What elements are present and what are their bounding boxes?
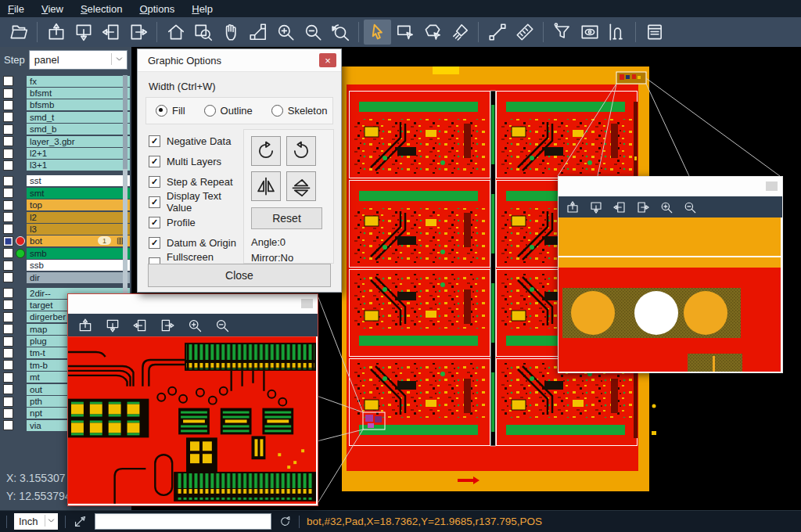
layer-checkbox[interactable] (3, 176, 13, 186)
layer-name[interactable]: smb (27, 248, 130, 259)
zoom-previous-button[interactable] (326, 20, 354, 45)
home-view-button[interactable] (162, 20, 189, 45)
layer-checkbox[interactable] (3, 420, 13, 430)
layer-checkbox[interactable] (3, 160, 13, 171)
step-select[interactable]: panel (29, 50, 128, 70)
menu-selection[interactable]: Selection (81, 3, 122, 15)
checkbox-step-repeat[interactable]: ✓Step & Repeat (149, 171, 243, 192)
layer-checkbox[interactable] (3, 200, 13, 210)
radio-skeleton[interactable]: Skeleton (271, 105, 328, 117)
sync-icon[interactable] (278, 515, 292, 528)
import-bottom-button[interactable] (589, 200, 603, 214)
layer-row-smb[interactable]: smb (0, 247, 131, 259)
layer-row-smd_b[interactable]: smd_b (0, 124, 131, 135)
layer-name[interactable]: l2 (27, 212, 130, 223)
checkbox-multi-layers[interactable]: ✓Multi Layers (149, 151, 243, 171)
layer-checkbox[interactable] (3, 324, 13, 334)
layer-checkbox[interactable] (3, 100, 13, 110)
window-button[interactable] (301, 299, 313, 308)
import-top-button[interactable] (566, 200, 580, 214)
layer-row-smt[interactable]: smt (0, 187, 131, 199)
zoom-out-button[interactable] (299, 20, 326, 45)
layer-name[interactable]: smd_b (27, 124, 130, 135)
layer-checkbox[interactable] (3, 76, 13, 86)
scrollbar-thumb[interactable] (123, 75, 128, 169)
measure-node-button[interactable] (244, 20, 271, 45)
layer-name[interactable]: fx (27, 76, 130, 87)
layer-name[interactable]: bfsmb (27, 99, 130, 110)
layer-name[interactable]: dir (27, 272, 130, 283)
window-button[interactable] (766, 182, 778, 191)
import-top-button[interactable] (77, 318, 93, 333)
layer-row-l2[interactable]: l2 (0, 211, 131, 223)
checkbox-profile[interactable]: ✓Profile (149, 212, 243, 232)
pcb-canvas[interactable]: Graphic Options × Width (Ctrl+W) FillOut… (131, 47, 801, 510)
layer-checkbox[interactable] (3, 336, 13, 347)
layer-name[interactable]: ssb (27, 260, 130, 271)
import-top-button[interactable] (42, 20, 70, 45)
layer-checkbox[interactable] (3, 224, 13, 234)
zoom-out-button[interactable] (683, 200, 697, 214)
rotate-cw-button[interactable] (251, 136, 281, 166)
layer-checkbox[interactable] (3, 272, 13, 282)
layer-checkbox[interactable] (3, 360, 13, 370)
layer-row-l3+1[interactable]: l3+1 (0, 160, 131, 171)
corner-select-icon[interactable] (73, 514, 88, 529)
radio-fill[interactable]: Fill (156, 105, 185, 117)
menu-file[interactable]: File (8, 3, 24, 15)
magnifier-window-pads[interactable] (558, 176, 783, 373)
layer-row-top[interactable]: top (0, 200, 131, 211)
rect-select-button[interactable] (391, 20, 418, 45)
zoom-window-button[interactable] (189, 20, 217, 45)
layer-name[interactable]: sst (27, 175, 130, 186)
close-icon[interactable]: × (319, 53, 336, 67)
zoom-out-button[interactable] (214, 318, 230, 333)
layer-name[interactable]: l2+1 (27, 148, 130, 159)
zoom-in-button[interactable] (271, 20, 299, 45)
layer-name[interactable]: smd_t (27, 112, 130, 123)
snap-magnet-button[interactable] (603, 20, 630, 45)
layer-checkbox[interactable] (3, 384, 13, 394)
menu-view[interactable]: View (41, 3, 63, 15)
layer-row-bot[interactable]: bot1 (0, 235, 131, 247)
magnifier-window-detail[interactable] (67, 293, 318, 506)
layer-name[interactable]: top (27, 200, 130, 210)
layer-row-l2+1[interactable]: l2+1 (0, 147, 131, 159)
layer-checkbox[interactable] (3, 372, 13, 383)
checkbox-negative-data[interactable]: ✓Negative Data (149, 131, 243, 151)
layer-checkbox[interactable] (3, 248, 13, 258)
import-left-button[interactable] (97, 20, 124, 45)
layer-list-button[interactable] (641, 20, 668, 45)
view-box-button[interactable] (576, 20, 603, 45)
measure-line-button[interactable] (483, 20, 511, 45)
layer-checkbox[interactable] (3, 149, 13, 159)
layer-row-layer_3.gbr[interactable]: layer_3.gbr (0, 135, 131, 147)
layer-checkbox[interactable] (3, 348, 13, 358)
layer-row-smd_t[interactable]: smd_t (0, 111, 131, 123)
layer-checkbox[interactable] (3, 312, 13, 322)
import-right-button[interactable] (160, 318, 175, 333)
layer-checkbox[interactable] (3, 288, 13, 298)
checkbox-display-text-value[interactable]: ✓Display Text Value (149, 192, 243, 212)
menu-options[interactable]: Options (139, 3, 174, 15)
layer-checkbox[interactable] (3, 236, 13, 246)
ruler-button[interactable] (511, 20, 538, 45)
layer-row-l3[interactable]: l3 (0, 223, 131, 235)
dialog-titlebar[interactable]: Graphic Options × (138, 49, 341, 72)
layer-name[interactable]: l3 (27, 224, 130, 235)
layer-checkbox[interactable] (3, 212, 13, 222)
layer-row-ssb[interactable]: ssb (0, 259, 131, 271)
flip-v-button[interactable] (286, 171, 316, 201)
layer-row-bfsmt[interactable]: bfsmt (0, 87, 131, 99)
layer-name[interactable]: smt (27, 188, 130, 199)
rotate-ccw-button[interactable] (286, 136, 316, 166)
import-right-button[interactable] (124, 20, 152, 45)
layer-row-fx[interactable]: fx (0, 75, 131, 87)
import-left-button[interactable] (612, 200, 627, 214)
layer-checkbox[interactable] (3, 124, 13, 135)
reset-button[interactable]: Reset (251, 207, 322, 229)
import-left-button[interactable] (132, 318, 148, 333)
layer-checkbox[interactable] (3, 112, 13, 122)
zoom-in-button[interactable] (187, 318, 203, 333)
clean-brush-button[interactable] (446, 20, 473, 45)
